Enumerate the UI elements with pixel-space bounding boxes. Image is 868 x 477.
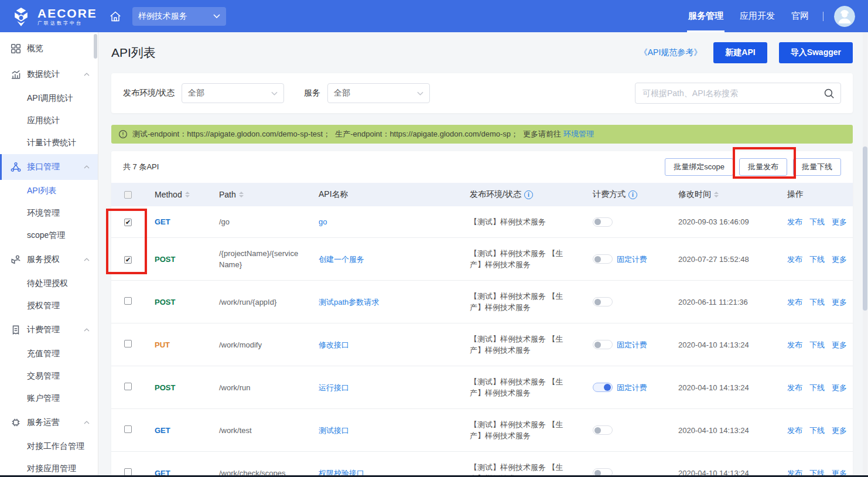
env-status-cell: 【测试】样例技术服务 【生产】样例技术服务 xyxy=(463,366,586,408)
sidebar-item-app-stats[interactable]: 应用统计 xyxy=(0,110,98,132)
row-checkbox[interactable] xyxy=(124,383,132,390)
publish-link[interactable]: 发布 xyxy=(787,216,802,227)
offline-link[interactable]: 下线 xyxy=(809,425,825,436)
row-checkbox[interactable] xyxy=(124,425,132,433)
topbar-nav: 服务管理应用开发官网 xyxy=(688,0,809,32)
more-link[interactable]: 更多 xyxy=(832,382,847,393)
offline-link[interactable]: 下线 xyxy=(809,382,825,393)
batch-bind-scope-button[interactable]: 批量绑定scope xyxy=(665,158,733,176)
billing-toggle[interactable] xyxy=(593,425,613,435)
env-status-select[interactable]: 全部 xyxy=(182,83,284,103)
billing-cell xyxy=(586,415,671,445)
batch-offline-button[interactable]: 批量下线 xyxy=(793,158,841,176)
publish-link[interactable]: 发布 xyxy=(787,382,802,393)
row-checkbox[interactable] xyxy=(124,468,132,476)
more-link[interactable]: 更多 xyxy=(832,339,847,350)
column-method[interactable]: Method xyxy=(148,190,212,199)
sidebar-item-auth-manage[interactable]: 授权管理 xyxy=(0,295,98,317)
column-modified-time[interactable]: 修改时间 xyxy=(671,189,780,200)
toggle-knob xyxy=(594,342,601,348)
import-swagger-button[interactable]: 导入Swagger xyxy=(779,42,853,63)
select-all-checkbox[interactable] xyxy=(124,191,132,199)
api-name-link[interactable]: 创建一个服务 xyxy=(319,255,364,264)
sidebar-scrollbar-thumb[interactable] xyxy=(94,34,97,59)
offline-link[interactable]: 下线 xyxy=(809,254,825,265)
more-link[interactable]: 更多 xyxy=(832,425,847,436)
billing-toggle[interactable] xyxy=(593,254,613,264)
sidebar-group-service-auth[interactable]: 服务授权 xyxy=(0,247,98,272)
sidebar-item-account-manage[interactable]: 账户管理 xyxy=(0,387,98,410)
sidebar-group-data-stats[interactable]: 数据统计 xyxy=(0,62,98,87)
env-manage-link[interactable]: 环境管理 xyxy=(563,129,594,139)
sidebar-item-transaction-manage[interactable]: 交易管理 xyxy=(0,365,98,387)
sidebar-group-service-ops[interactable]: 服务运营 xyxy=(0,410,98,435)
offline-link[interactable]: 下线 xyxy=(809,216,825,227)
row-checkbox[interactable] xyxy=(124,297,132,305)
more-link[interactable]: 更多 xyxy=(832,216,847,227)
sidebar-item-metering-stats[interactable]: 计量计费统计 xyxy=(0,132,98,154)
toggle-knob xyxy=(594,427,601,434)
row-checkbox[interactable]: ✔ xyxy=(124,219,132,226)
search-icon[interactable] xyxy=(823,88,835,99)
publish-link[interactable]: 发布 xyxy=(787,339,802,350)
sidebar-item-scope-manage[interactable]: scope管理 xyxy=(0,224,98,247)
nav-official-site[interactable]: 官网 xyxy=(791,0,809,32)
api-name-link[interactable]: 修改接口 xyxy=(319,340,349,349)
sidebar-item-connect-app-manage[interactable]: 对接应用管理 xyxy=(0,458,98,477)
api-name-link[interactable]: 运行接口 xyxy=(319,383,349,392)
billing-toggle[interactable] xyxy=(593,217,613,227)
billing-toggle[interactable] xyxy=(593,340,613,349)
sidebar-group-billing-manage[interactable]: 计费管理 xyxy=(0,317,98,343)
service-selector-value: 样例技术服务 xyxy=(138,11,213,22)
offline-link[interactable]: 下线 xyxy=(809,297,825,308)
nav-app-development[interactable]: 应用开发 xyxy=(740,0,775,32)
checkbox-cell: ✔ xyxy=(111,206,148,237)
search-input[interactable] xyxy=(643,88,823,98)
service-selector-dropdown[interactable]: 样例技术服务 xyxy=(132,7,226,26)
api-name-link[interactable]: 测试接口 xyxy=(319,426,349,435)
sidebar-item-pending-auth[interactable]: 待处理授权 xyxy=(0,272,98,295)
publish-link[interactable]: 发布 xyxy=(787,297,802,308)
info-icon[interactable]: i xyxy=(524,190,533,199)
sidebar-item-recharge-manage[interactable]: 充值管理 xyxy=(0,343,98,365)
row-checkbox[interactable] xyxy=(124,340,132,347)
sidebar-item-workbench-manage[interactable]: 对接工作台管理 xyxy=(0,435,98,458)
api-spec-reference-link[interactable]: 《API规范参考》 xyxy=(640,47,702,58)
api-name-cell: 权限校验接口 xyxy=(312,458,463,477)
batch-publish-button[interactable]: 批量发布 xyxy=(739,158,787,176)
more-link[interactable]: 更多 xyxy=(832,254,847,265)
offline-link[interactable]: 下线 xyxy=(809,339,825,350)
service-select[interactable]: 全部 xyxy=(327,83,430,103)
sidebar-item-api-list[interactable]: API列表 xyxy=(0,180,98,202)
actions-cell: 发布下线更多 xyxy=(780,206,855,237)
chevron-up-icon xyxy=(84,73,90,76)
table-toolbar: 共 7 条API 批量绑定scope批量发布批量下线 xyxy=(111,151,853,183)
publish-link[interactable]: 发布 xyxy=(787,254,802,265)
row-checkbox[interactable]: ✔ xyxy=(124,256,132,264)
billing-toggle[interactable] xyxy=(593,297,613,306)
modified-time-cell: 2020-04-10 14:13:24 xyxy=(671,372,780,403)
sidebar-item-env-manage[interactable]: 环境管理 xyxy=(0,202,98,224)
checkbox-cell xyxy=(111,329,148,360)
home-icon[interactable] xyxy=(109,10,122,23)
page-header: API列表 《API规范参考》 新建API 导入Swagger xyxy=(111,32,853,73)
nav-service-management[interactable]: 服务管理 xyxy=(688,0,723,32)
api-name-link[interactable]: 测试path参数请求 xyxy=(319,298,379,306)
column-path[interactable]: Path xyxy=(212,190,312,199)
sidebar-item-overview[interactable]: 概览 xyxy=(0,36,98,62)
brand-subtitle: 广联达数字中台 xyxy=(37,21,97,26)
api-name-link[interactable]: go xyxy=(319,217,327,226)
info-icon[interactable]: i xyxy=(628,190,637,199)
more-link[interactable]: 更多 xyxy=(832,297,847,308)
main-scrollbar-thumb[interactable] xyxy=(863,146,867,311)
sidebar-group-api-manage[interactable]: 接口管理 xyxy=(0,154,98,180)
publish-link[interactable]: 发布 xyxy=(787,425,802,436)
sidebar-item-api-call-stats[interactable]: API调用统计 xyxy=(0,87,98,110)
modified-time-cell: 2020-04-10 14:13:24 xyxy=(671,415,780,446)
billing-toggle[interactable] xyxy=(593,383,613,392)
billing-type-label: 固定计费 xyxy=(617,339,647,350)
toggle-knob xyxy=(594,299,601,305)
table-row: POST/work/run运行接口【测试】样例技术服务 【生产】样例技术服务固定… xyxy=(111,366,853,409)
user-avatar[interactable] xyxy=(834,6,855,27)
create-api-button[interactable]: 新建API xyxy=(713,42,767,63)
